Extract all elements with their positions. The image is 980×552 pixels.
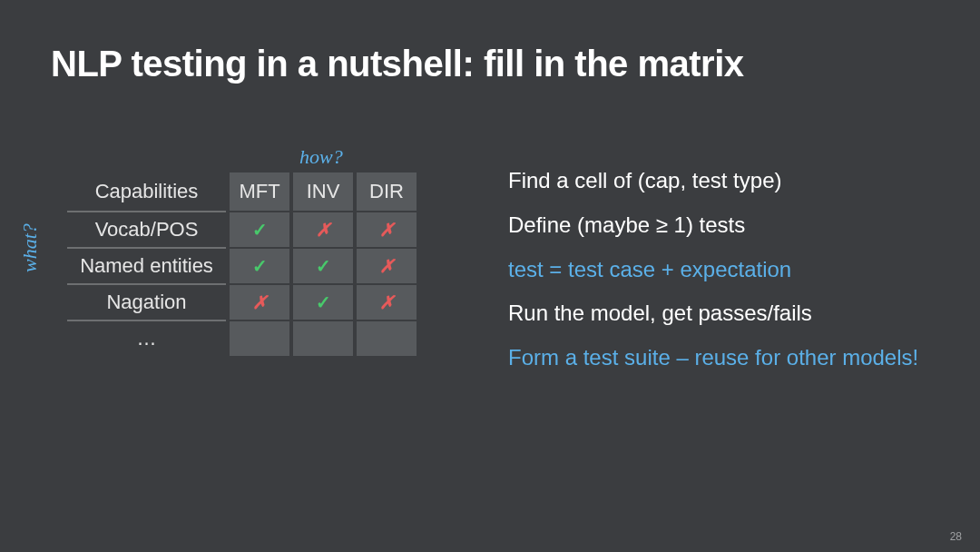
what-label: what?	[18, 223, 42, 272]
cross-icon: ✗	[379, 256, 395, 276]
matrix-cell	[357, 320, 416, 356]
table-row: Named entities✓✓✗	[67, 247, 416, 283]
matrix-cell: ✓	[230, 211, 289, 247]
step-item: Form a test suite – reuse for other mode…	[508, 345, 918, 371]
table-row: …	[67, 320, 416, 356]
table-row: Vocab/POS✓✗✗	[67, 211, 416, 247]
cross-icon: ✗	[379, 220, 395, 240]
cross-icon: ✗	[316, 220, 331, 240]
cross-icon: ✗	[379, 292, 395, 312]
row-label: Nagation	[67, 283, 226, 320]
how-label: how?	[299, 145, 343, 169]
slide-title: NLP testing in a nutshell: fill in the m…	[51, 44, 744, 84]
step-item: Run the model, get passes/fails	[508, 301, 918, 327]
steps-list: Find a cell of (cap, test type)Define (m…	[508, 168, 918, 371]
matrix-cell: ✓	[293, 283, 353, 320]
step-item: test = test case + expectation	[508, 257, 918, 283]
matrix-cell: ✗	[357, 247, 416, 283]
check-icon: ✓	[316, 292, 331, 312]
row-label: …	[67, 320, 226, 356]
matrix-cell: ✓	[230, 247, 289, 283]
matrix-cell: ✗	[293, 211, 353, 247]
row-label: Vocab/POS	[67, 211, 226, 247]
col-header-1: INV	[293, 172, 353, 211]
check-icon: ✓	[252, 256, 268, 276]
matrix-cell	[230, 320, 289, 356]
matrix-cell	[293, 320, 353, 356]
matrix-body: Vocab/POS✓✗✗Named entities✓✓✗Nagation✗✓✗…	[67, 211, 416, 356]
check-icon: ✓	[252, 220, 268, 240]
matrix-cell: ✗	[230, 283, 289, 320]
table-row: Nagation✗✓✗	[67, 283, 416, 320]
matrix-block: how? what? Capabilities MFT INV DIR Voca…	[45, 172, 445, 356]
content-area: how? what? Capabilities MFT INV DIR Voca…	[45, 172, 918, 371]
cross-icon: ✗	[252, 292, 268, 312]
col-header-0: MFT	[230, 172, 289, 211]
page-number: 28	[950, 530, 962, 543]
step-item: Define (maybe ≥ 1) tests	[508, 212, 918, 239]
matrix-cell: ✗	[357, 211, 416, 247]
check-icon: ✓	[316, 256, 331, 276]
matrix-cell: ✓	[293, 247, 353, 283]
capabilities-matrix: Capabilities MFT INV DIR Vocab/POS✓✗✗Nam…	[64, 172, 420, 356]
capabilities-header: Capabilities	[67, 172, 226, 211]
step-item: Find a cell of (cap, test type)	[508, 168, 918, 194]
row-label: Named entities	[67, 247, 226, 283]
col-header-2: DIR	[357, 172, 416, 211]
matrix-cell: ✗	[357, 283, 416, 320]
